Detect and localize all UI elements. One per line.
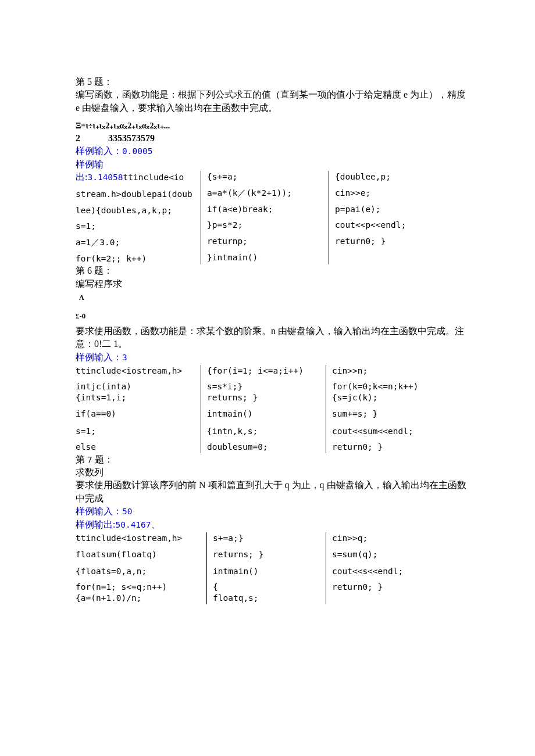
q6-c1-l3: if(a==0) xyxy=(76,408,201,420)
q5-sample-input: 样例输入：0.0005 xyxy=(76,145,471,157)
q7-desc: 要求使用函数计算该序列的前 N 项和篇直到孔大于 q 为止，q 由键盘输入，输入… xyxy=(76,479,471,505)
q7-line1: 求数列 xyxy=(76,466,471,479)
q6-sample-input: 样例输入：3 xyxy=(76,351,471,364)
q5-c3-l2: p=pai(e); xyxy=(335,203,456,215)
q5-sample-in-label: 样例输入： xyxy=(76,146,122,156)
q5-sample-out-val: 3.14058 xyxy=(87,173,123,182)
q6-c3-l0: cin>>n; xyxy=(332,365,456,377)
q7-heading: 第 7 题： xyxy=(76,453,471,466)
q5-sample-out-label-a: 样例输 xyxy=(76,158,471,171)
q6-code-block: ttinclude<iostream,h> intjc(inta) {ints=… xyxy=(76,365,471,453)
q7-c3-l1: s=sum(q); xyxy=(332,549,456,560)
q7-c2-l0: s+=a;} xyxy=(213,532,326,544)
q6-c2-l3: intmain() xyxy=(207,408,326,420)
q5-c1-l3: s=1; xyxy=(76,220,201,232)
q6-c3-l2: {s=jc(k); xyxy=(332,392,456,404)
q5-code-block: 出:3.14058ttinclude<io stream.h>doublepai… xyxy=(76,171,471,264)
q7-c1-l0: ttinclude<iostream,h> xyxy=(76,532,206,544)
q6-c1-l1: intjc(inta) xyxy=(76,381,201,393)
q6-symbol-2: £-0 xyxy=(76,311,471,321)
q5-c3-l4: return0; } xyxy=(335,235,456,247)
q7-sample-out-val: 50.4167、 xyxy=(115,520,159,529)
q5-c3-l3: cout<<p<<endl; xyxy=(335,219,456,231)
q5-heading: 第 5 题： xyxy=(76,76,471,88)
q7-c2-l3: { xyxy=(213,582,326,593)
q5-c2-l0: {s+=a; xyxy=(207,171,329,182)
q6-c2-l4: {intn,k,s; xyxy=(207,425,326,437)
q7-sample-output: 样例输出:50.4167、 xyxy=(76,518,471,531)
q7-sample-input: 样例输入：50 xyxy=(76,505,471,518)
q7-c1-l1: floatsum(floatq) xyxy=(76,549,206,560)
q6-c1-l5: else xyxy=(76,441,201,453)
q5-desc: 编写函数，函数功能是：根据下列公式求五的值（直到某一项的值小于给定精度 e 为止… xyxy=(76,88,471,114)
q7-c3-l2: cout<<s<<endl; xyxy=(332,565,456,577)
q6-c3-l4: cout<<sum<<endl; xyxy=(332,425,456,437)
q6-c1-l2: {ints=1,i; xyxy=(76,392,201,404)
q6-c2-l5: doublesum=0; xyxy=(207,441,326,453)
q7-c3-l0: cin>>q; xyxy=(332,532,456,544)
q7-heading-num: 7 xyxy=(87,455,92,464)
q6-symbol-1: Λ xyxy=(79,293,471,303)
q6-c3-l5: return0; } xyxy=(332,441,456,453)
q5-formula-line1: Ξ≡ι÷ι₊ιₓ2₊ιₓαₓ2₊ιₓαₓ2ₓι₊... xyxy=(76,120,471,132)
q5-c2-l3: }p=s*2; xyxy=(207,219,329,231)
q7-code-block: ttinclude<iostream,h> floatsum(floatq) {… xyxy=(76,532,471,604)
q5-c1-l0: ttinclude<io xyxy=(123,173,184,182)
q5-c1-l1: stream.h>doublepai(doub xyxy=(76,188,201,200)
q6-c2-l2: returns; } xyxy=(207,392,326,404)
q6-c1-l4: s=1; xyxy=(76,425,201,437)
q5-formula-line2: 2 3353573579 xyxy=(76,132,471,145)
q6-sample-in-val: 3 xyxy=(122,353,127,362)
q5-c3-l0: {doublee,p; xyxy=(335,171,456,182)
q6-c1-l0: ttinclude<iostream,h> xyxy=(76,365,201,377)
q5-c2-l4: returnp; xyxy=(207,235,329,247)
q6-line1: 编写程序求 xyxy=(76,278,471,291)
q7-c2-l4: floatq,s; xyxy=(213,593,326,604)
q7-heading-post: 题： xyxy=(92,454,113,464)
q5-c2-l1: a=a*(k／(k*2+1)); xyxy=(207,187,329,199)
q7-sample-in-val: 50 xyxy=(122,507,132,516)
q5-c1-l2: lee){doubles,a,k,p; xyxy=(76,205,201,216)
q7-c2-l1: returns; } xyxy=(213,549,326,560)
q6-c3-l3: sum+=s; } xyxy=(332,408,456,420)
q6-c3-l1: for(k=0;k<=n;k++) xyxy=(332,381,456,393)
q6-heading: 第 6 题： xyxy=(76,264,471,277)
q7-c1-l3: for(n=1; s<=q;n++) xyxy=(76,582,206,593)
q7-c3-l3: return0; } xyxy=(332,582,456,593)
q6-c2-l1: s=s*i;} xyxy=(207,381,326,393)
q5-c1-l4: a=1／3.0; xyxy=(76,237,201,248)
q5-sample-in-val: 0.0005 xyxy=(122,146,152,156)
q7-c2-l2: intmain() xyxy=(213,565,326,577)
q7-sample-in-label: 样例输入： xyxy=(76,506,122,516)
q5-c3-l1: cin>>e; xyxy=(335,187,456,199)
q7-c1-l4: {a=(n+1.0)/n; xyxy=(76,593,206,604)
q7-c1-l2: {floats=0,a,n; xyxy=(76,565,206,577)
q7-heading-pre: 第 xyxy=(76,454,87,464)
q7-sample-out-label: 样例输出: xyxy=(76,519,115,529)
q5-c1-l5: for(k=2;; k++) xyxy=(76,253,201,264)
q5-c2-l5: }intmain() xyxy=(207,252,329,263)
q6-c2-l0: {for(i=1; i<=a;i++) xyxy=(207,365,326,377)
q5-c2-l2: if(a<e)break; xyxy=(207,203,329,215)
q5-sample-out-label-b: 出: xyxy=(76,172,87,182)
q6-sample-in-label: 样例输入： xyxy=(76,352,122,362)
q6-desc: 要求使用函数，函数功能是：求某个数的阶乘。n 由键盘输入，输入输出均在主函数中完… xyxy=(76,325,471,351)
